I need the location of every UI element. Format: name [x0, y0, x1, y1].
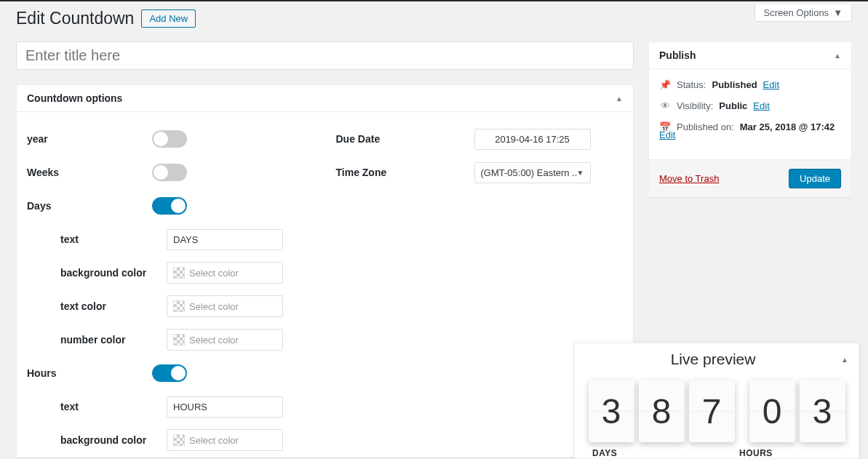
- status-label: Status:: [677, 79, 706, 90]
- page-title: Edit Countdown: [16, 9, 134, 28]
- days-text-label: text: [60, 234, 167, 245]
- flip-digit: 8: [639, 380, 685, 442]
- live-preview-box: Live preview ▲ 3 8 7 0 3 DAYS HOURS: [574, 343, 859, 459]
- live-preview-heading: Live preview: [585, 351, 841, 368]
- collapse-icon[interactable]: ▲: [616, 95, 623, 103]
- color-swatch-icon: [173, 434, 185, 446]
- publish-heading: Publish: [659, 49, 696, 61]
- preview-hours-label: HOURS: [739, 448, 773, 458]
- timezone-select[interactable]: (GMT-05:00) Eastern ... ▼: [474, 162, 591, 183]
- days-text-input[interactable]: [167, 229, 283, 250]
- visibility-value: Public: [719, 100, 747, 111]
- color-swatch-icon: [173, 300, 185, 312]
- status-value: Published: [712, 79, 757, 90]
- days-numcolor-input[interactable]: Select color: [167, 329, 283, 351]
- chevron-down-icon: ▼: [577, 169, 584, 177]
- flip-digit: 3: [589, 380, 634, 442]
- visibility-label: Visibility:: [677, 100, 713, 111]
- days-textcolor-input[interactable]: Select color: [167, 295, 283, 317]
- due-date-input[interactable]: [474, 129, 591, 150]
- chevron-down-icon: ▼: [833, 7, 843, 18]
- due-date-label: Due Date: [336, 133, 474, 145]
- hours-bgcolor-label: background color: [60, 434, 167, 446]
- eye-icon: 👁: [659, 100, 671, 111]
- published-label: Published on:: [677, 121, 734, 132]
- flip-digit: 3: [800, 380, 845, 442]
- flip-digit: 7: [689, 380, 735, 442]
- days-label: Days: [27, 200, 152, 212]
- flip-digit: 0: [749, 380, 795, 442]
- hours-label: Hours: [27, 367, 152, 379]
- screen-options-button[interactable]: Screen Options ▼: [754, 4, 852, 22]
- post-title-input[interactable]: [16, 41, 634, 70]
- collapse-icon[interactable]: ▲: [841, 356, 848, 364]
- color-swatch-icon: [173, 334, 185, 346]
- update-button[interactable]: Update: [789, 169, 841, 188]
- edit-visibility-link[interactable]: Edit: [753, 100, 769, 111]
- hours-text-label: text: [60, 401, 167, 412]
- timezone-label: Time Zone: [336, 167, 474, 178]
- move-to-trash-link[interactable]: Move to Trash: [659, 173, 719, 184]
- days-bgcolor-label: background color: [60, 267, 167, 279]
- countdown-options-header[interactable]: Countdown options ▲: [17, 85, 633, 112]
- days-toggle[interactable]: [152, 197, 187, 215]
- collapse-icon[interactable]: ▲: [834, 52, 841, 60]
- screen-options-label: Screen Options: [764, 7, 829, 18]
- days-bgcolor-input[interactable]: Select color: [167, 262, 283, 284]
- publish-box: Publish ▲ 📌 Status: Published Edit 👁 Vis…: [648, 41, 852, 198]
- edit-date-link[interactable]: Edit: [659, 129, 675, 140]
- countdown-options-box: Countdown options ▲ year Weeks: [16, 84, 634, 458]
- weeks-toggle[interactable]: [152, 164, 187, 181]
- hours-toggle[interactable]: [152, 364, 187, 382]
- hours-bgcolor-input[interactable]: Select color: [167, 429, 283, 451]
- days-numcolor-label: number color: [60, 334, 167, 346]
- year-toggle[interactable]: [152, 130, 187, 148]
- hours-text-input[interactable]: [167, 396, 283, 418]
- days-textcolor-label: text color: [60, 300, 167, 312]
- color-swatch-icon: [173, 267, 185, 279]
- countdown-options-heading: Countdown options: [27, 92, 122, 104]
- pin-icon: 📌: [659, 79, 671, 90]
- preview-days-label: DAYS: [589, 448, 739, 458]
- published-value: Mar 25, 2018 @ 17:42: [740, 121, 835, 132]
- weeks-label: Weeks: [27, 167, 152, 178]
- year-label: year: [27, 133, 152, 145]
- add-new-button[interactable]: Add New: [141, 9, 196, 28]
- edit-status-link[interactable]: Edit: [763, 79, 779, 90]
- publish-header[interactable]: Publish ▲: [649, 42, 851, 69]
- live-preview-header[interactable]: Live preview ▲: [575, 343, 859, 375]
